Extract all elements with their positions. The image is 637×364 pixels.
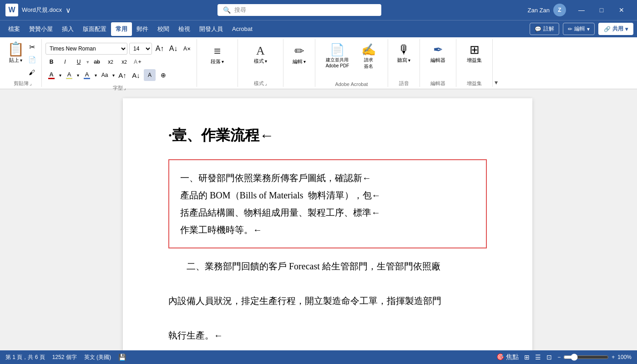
underline-color-dropdown[interactable]: ▾ — [95, 73, 97, 78]
shrink-font-button[interactable]: A↓ — [130, 69, 142, 81]
request-sign-label: 請求簽名 — [364, 57, 373, 70]
view-layout-icon[interactable]: ⊞ — [524, 354, 530, 361]
addins-button[interactable]: ⊞ 增益集 — [463, 41, 486, 66]
view-icon[interactable]: ☰ — [535, 354, 541, 361]
menu-right: 💬 註解 ✏ 編輯 ▾ 🔗 共用 ▾ — [530, 23, 633, 35]
style-dropdown-icon: ▾ — [265, 59, 267, 64]
font-color-button[interactable]: A — [46, 69, 57, 81]
search-box[interactable]: 🔍 搜尋 — [217, 4, 381, 16]
superscript-button[interactable]: x2 — [118, 56, 130, 68]
zoom-in-icon[interactable]: + — [612, 354, 615, 360]
font-content: Times New Roman 14 A↑ A↓ A✕ B I U ▾ ab x… — [46, 39, 193, 85]
format-painter-button[interactable]: 🖌 — [26, 66, 38, 78]
text-style-button[interactable]: A — [144, 69, 156, 81]
font-color-dropdown[interactable]: ▾ — [59, 73, 61, 78]
create-pdf-button[interactable]: 📄 建立並共用Adobe PDF — [323, 41, 352, 70]
title-dropdown-arrow[interactable]: ∨ — [66, 6, 71, 15]
subscript-button[interactable]: x2 — [105, 56, 116, 68]
clipboard-side-buttons: ✂ 📄 🖌 — [26, 41, 38, 78]
text-effects-button[interactable]: A✦ — [132, 56, 144, 68]
share-icon: 🔗 — [604, 26, 611, 32]
clipboard-expand-icon[interactable]: ⌟ — [30, 81, 32, 86]
ribbon-group-edit: ✏ 編輯 ▾ — [283, 39, 315, 87]
ribbon: 📋 貼上 ▾ ✂ 📄 🖌 剪貼簿 ⌟ Times New Roma — [0, 37, 637, 89]
case-button[interactable]: Aa — [99, 69, 111, 81]
menu-bar: 檔案 贊贊小屋 插入 版面配置 常用 郵件 校閱 檢視 開發人員 Acrobat… — [0, 20, 637, 37]
dictate-button[interactable]: 🎙 聽寫 ▾ — [393, 41, 415, 66]
menu-item-praise[interactable]: 贊贊小屋 — [25, 22, 57, 36]
ribbon-group-style: A 樣式 ▾ 樣式 ⌟ — [238, 39, 283, 87]
paragraph-dropdown-icon: ▾ — [222, 59, 224, 64]
font-name-select[interactable]: Times New Roman — [46, 43, 127, 55]
maximize-button[interactable]: □ — [592, 0, 612, 20]
cut-button[interactable]: ✂ — [26, 41, 38, 53]
view-web-icon[interactable]: ⊡ — [546, 354, 552, 361]
underline-dropdown[interactable]: ▾ — [86, 59, 89, 65]
underline-button[interactable]: U — [73, 56, 85, 68]
highlight-button[interactable]: A — [63, 69, 75, 81]
ribbon-expand-button[interactable]: ▾ — [493, 78, 500, 87]
menu-item-acrobat[interactable]: Acrobat — [228, 23, 257, 35]
case-dropdown[interactable]: ▾ — [112, 73, 115, 78]
menu-item-mail[interactable]: 郵件 — [132, 22, 153, 36]
edit-button[interactable]: ✏ 編輯 ▾ — [563, 23, 595, 35]
char-format-button[interactable]: ⊕ — [157, 69, 169, 81]
grow-font-button[interactable]: A↑ — [116, 69, 128, 81]
menu-item-view[interactable]: 檢視 — [174, 22, 195, 36]
document-heading: ·壹、作業流程← — [168, 126, 487, 146]
highlight-dropdown[interactable]: ▾ — [77, 73, 79, 78]
font-size-decrease[interactable]: A↓ — [167, 43, 179, 55]
ribbon-group-acrobat: 📄 建立並共用Adobe PDF ✍ 請求簽名 Adobe Acrobat — [315, 39, 388, 87]
highlighted-paragraph-box[interactable]: 一、研發部門依照業務所傳客戶圖紙，確認新← 產品的 BOM（Bills of M… — [168, 159, 487, 248]
ribbon-group-clipboard: 📋 貼上 ▾ ✂ 📄 🖌 剪貼簿 ⌟ — [4, 39, 42, 87]
underline-color-button[interactable]: A — [81, 69, 93, 81]
close-button[interactable]: ✕ — [612, 0, 632, 20]
zoom-out-icon[interactable]: − — [557, 354, 561, 360]
save-status-icon: 💾 — [118, 354, 126, 361]
menu-item-insert[interactable]: 插入 — [57, 22, 78, 36]
font-row-2: B I U ▾ ab x2 x2 A✦ — [46, 56, 193, 68]
language: 英文 (美國) — [84, 354, 111, 361]
copy-button[interactable]: 📄 — [26, 54, 38, 66]
font-size-select[interactable]: 14 — [129, 43, 152, 55]
paragraph-button[interactable]: ≡ 段落 ▾ — [207, 41, 228, 68]
zoom-slider[interactable] — [563, 354, 609, 361]
user-avatar: Z — [553, 4, 566, 16]
addins-label-row: 增益集 — [460, 80, 489, 87]
word-count: 1252 個字 — [52, 354, 77, 361]
menu-item-home[interactable]: 常用 — [111, 22, 132, 36]
clipboard-label: 剪貼簿 — [14, 80, 29, 87]
acrobat-content: 📄 建立並共用Adobe PDF ✍ 請求簽名 — [323, 39, 380, 81]
paste-icon: 📋 — [7, 41, 24, 57]
font-row-3: A ▾ A ▾ A ▾ Aa ▾ A↑ A↓ A ⊕ — [46, 69, 193, 81]
strikethrough-button[interactable]: ab — [91, 56, 103, 68]
acrobat-group-label: Adobe Acrobat — [335, 81, 368, 87]
style-button[interactable]: A 樣式 ▾ — [250, 41, 271, 68]
title-left: W Word尺規.docx ∨ — [5, 4, 71, 16]
status-right: 🎯 焦點 ⊞ ☰ ⊡ − + 100% — [496, 353, 632, 361]
menu-item-review[interactable]: 校閱 — [153, 22, 174, 36]
document-page-area: ·壹、作業流程← 一、研發部門依照業務所傳客戶圖紙，確認新← 產品的 BOM（B… — [18, 89, 637, 350]
italic-button[interactable]: I — [59, 56, 71, 68]
word-icon: W — [5, 4, 18, 16]
paste-button[interactable]: 📋 貼上 ▾ — [7, 41, 24, 64]
style-content: A 樣式 ▾ — [250, 39, 271, 80]
clear-format-button[interactable]: A✕ — [181, 43, 193, 55]
dictate-icon: 🎙 — [398, 43, 410, 57]
share-button[interactable]: 🔗 共用 ▾ — [598, 23, 633, 35]
edit-ribbon-button[interactable]: ✏ 編輯 ▾ — [288, 41, 310, 68]
edit-ribbon-icon: ✏ — [294, 44, 304, 58]
style-expand-icon[interactable]: ⌟ — [265, 81, 267, 86]
document-page[interactable]: ·壹、作業流程← 一、研發部門依照業務所傳客戶圖紙，確認新← 產品的 BOM（B… — [123, 98, 532, 350]
font-size-increase[interactable]: A↑ — [154, 43, 166, 55]
minimize-button[interactable]: — — [571, 0, 592, 20]
focus-icon[interactable]: 🎯 焦點 — [496, 353, 519, 361]
editor-ribbon-button[interactable]: ✒ 編輯器 — [427, 41, 450, 66]
menu-item-layout[interactable]: 版面配置 — [78, 22, 111, 36]
document-title: Word尺規.docx — [22, 6, 62, 14]
bold-button[interactable]: B — [46, 56, 57, 68]
comment-button[interactable]: 💬 註解 — [530, 23, 559, 35]
menu-item-developer[interactable]: 開發人員 — [195, 22, 228, 36]
request-sign-button[interactable]: ✍ 請求簽名 — [357, 41, 380, 71]
menu-item-file[interactable]: 檔案 — [4, 22, 25, 36]
